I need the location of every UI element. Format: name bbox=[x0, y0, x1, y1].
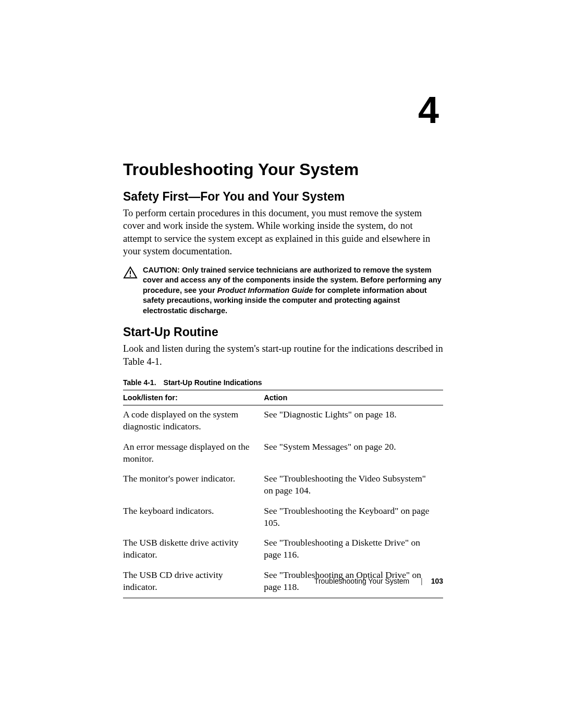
table-action-cell: See "Diagnostic Lights" on page 18. bbox=[264, 405, 443, 438]
table-header-action: Action bbox=[264, 390, 443, 405]
table-action-cell: See "System Messages" on page 20. bbox=[264, 438, 443, 470]
footer-running-title: Troubleshooting Your System bbox=[314, 577, 409, 585]
table-row: The USB diskette drive activity indicato… bbox=[123, 534, 443, 566]
caution-icon bbox=[123, 266, 138, 279]
caution-block: CAUTION: Only trained service technician… bbox=[123, 265, 443, 316]
caution-text: CAUTION: Only trained service technician… bbox=[143, 265, 443, 316]
section-startup-text: Look and listen during the system's star… bbox=[123, 342, 443, 368]
chapter-number: 4 bbox=[123, 91, 443, 129]
footer-page-number: 103 bbox=[431, 577, 443, 585]
page-content: 4 Troubleshooting Your System Safety Fir… bbox=[123, 91, 443, 598]
section-startup-heading: Start-Up Routine bbox=[123, 325, 443, 339]
table-caption: Table 4-1.Start-Up Routine Indications bbox=[123, 378, 443, 387]
table-caption-title: Start-Up Routine Indications bbox=[164, 378, 262, 387]
table-action-cell: See "Troubleshooting the Keyboard" on pa… bbox=[264, 502, 443, 534]
table-header-look: Look/listen for: bbox=[123, 390, 264, 405]
table-caption-label: Table 4-1. bbox=[123, 378, 156, 387]
section-safety-heading: Safety First—For You and Your System bbox=[123, 190, 443, 204]
caution-label: CAUTION: bbox=[143, 266, 180, 274]
svg-point-2 bbox=[130, 275, 131, 277]
chapter-title: Troubleshooting Your System bbox=[123, 160, 443, 179]
table-row: A code displayed on the system diagnosti… bbox=[123, 405, 443, 438]
table-look-cell: The USB diskette drive activity indicato… bbox=[123, 534, 264, 566]
table-look-cell: The monitor's power indicator. bbox=[123, 470, 264, 502]
table-row: The keyboard indicators. See "Troublesho… bbox=[123, 502, 443, 534]
table-row: The monitor's power indicator. See "Trou… bbox=[123, 470, 443, 502]
table-look-cell: An error message displayed on the monito… bbox=[123, 438, 264, 470]
table-action-cell: See "Troubleshooting a Diskette Drive" o… bbox=[264, 534, 443, 566]
caution-italic: Product Information Guide bbox=[217, 286, 313, 294]
table-header-row: Look/listen for: Action bbox=[123, 390, 443, 405]
section-safety-text: To perform certain procedures in this do… bbox=[123, 207, 443, 258]
table-look-cell: The keyboard indicators. bbox=[123, 502, 264, 534]
table-action-cell: See "Troubleshooting the Video Subsystem… bbox=[264, 470, 443, 502]
startup-table: Look/listen for: Action A code displayed… bbox=[123, 390, 443, 598]
table-look-cell: A code displayed on the system diagnosti… bbox=[123, 405, 264, 438]
table-row: An error message displayed on the monito… bbox=[123, 438, 443, 470]
footer-separator: | bbox=[421, 577, 423, 585]
